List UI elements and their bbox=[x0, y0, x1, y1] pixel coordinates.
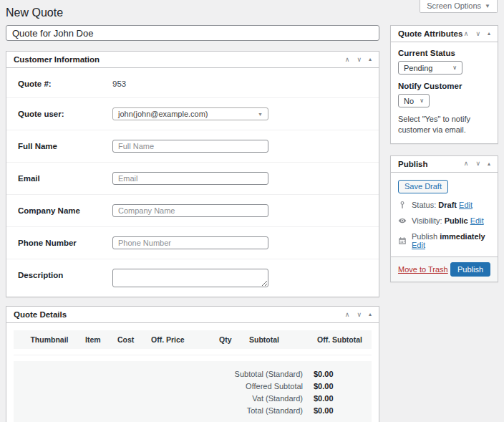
status-value: Draft bbox=[438, 201, 457, 209]
screen-options-chevron-icon: ▼ bbox=[485, 3, 490, 9]
quote-details-title: Quote Details bbox=[14, 310, 67, 319]
column-header-off-price: Off. Price bbox=[151, 335, 219, 344]
quote-number-row: Quote #: 953 bbox=[6, 68, 379, 98]
toggle-panel-icon[interactable]: ▴ bbox=[369, 57, 372, 62]
total-label: Total (Standard) bbox=[14, 406, 303, 415]
chevron-down-icon: ∨ bbox=[420, 97, 424, 104]
column-header-thumbnail: Thumbnail bbox=[14, 335, 85, 344]
status-label: Status: bbox=[412, 201, 436, 209]
customer-information-header: Customer Information ∧ ∨ ▴ bbox=[6, 52, 379, 68]
publish-header: Publish ∧ ∨ ▴ bbox=[391, 156, 498, 173]
description-label: Description bbox=[18, 269, 112, 279]
email-row: Email bbox=[6, 163, 379, 195]
visibility-value: Public bbox=[445, 216, 468, 225]
order-up-icon[interactable]: ∧ bbox=[464, 31, 469, 37]
toggle-panel-icon[interactable]: ▴ bbox=[488, 161, 490, 167]
publish-time-row: Publish immediately Edit bbox=[398, 232, 490, 249]
quote-attributes-panel: Quote Attributes ∧ ∨ ▴ Current Status Pe… bbox=[390, 25, 498, 144]
status-text: Status: Draft Edit bbox=[412, 201, 472, 209]
column-header-cost: Cost bbox=[117, 335, 151, 344]
edit-publish-time-link[interactable]: Edit bbox=[412, 241, 425, 249]
screen-options-button[interactable]: Screen Options ▼ bbox=[420, 0, 498, 13]
publishing-actions: Move to Trash Publish bbox=[391, 256, 498, 282]
order-down-icon[interactable]: ∨ bbox=[475, 160, 480, 167]
publish-time-value: immediately bbox=[440, 232, 485, 241]
phone-number-row: Phone Number bbox=[6, 227, 379, 259]
quote-user-selected-value: john(john@example.com) bbox=[118, 110, 208, 118]
pin-icon bbox=[398, 201, 407, 209]
save-draft-button[interactable]: Save Draft bbox=[398, 180, 448, 193]
publish-time-text: Publish immediately Edit bbox=[412, 232, 490, 249]
status-row: Status: Draft Edit bbox=[398, 201, 490, 209]
description-row: Description bbox=[6, 259, 379, 297]
current-status-label: Current Status bbox=[398, 49, 490, 57]
edit-visibility-link[interactable]: Edit bbox=[470, 216, 484, 225]
full-name-label: Full Name bbox=[18, 140, 112, 150]
chevron-down-icon: ∨ bbox=[452, 64, 457, 71]
visibility-row: Visibility: Public Edit bbox=[398, 216, 490, 225]
quote-number-label: Quote #: bbox=[18, 77, 112, 88]
edit-status-link[interactable]: Edit bbox=[459, 201, 472, 209]
column-header-qty: Qty bbox=[219, 335, 249, 344]
admin-content: Screen Options ▼ New Quote Customer Info… bbox=[0, 0, 504, 422]
quote-user-label: Quote user: bbox=[18, 107, 112, 118]
quote-details-panel: Quote Details ∧ ∨ ▴ Thumbnail Item Cost … bbox=[6, 306, 379, 422]
column-header-item: Item bbox=[85, 335, 117, 344]
offered-subtotal-value: $0.00 bbox=[303, 382, 372, 390]
phone-number-label: Phone Number bbox=[18, 236, 112, 247]
order-up-icon[interactable]: ∧ bbox=[345, 57, 350, 63]
items-table-header: Thumbnail Item Cost Off. Price Qty Subto… bbox=[14, 330, 372, 349]
publish-time-label: Publish bbox=[412, 232, 437, 241]
empty-items-row bbox=[14, 349, 372, 355]
calendar-icon bbox=[398, 236, 407, 245]
notify-help-text: Select "Yes" to notify customer via emai… bbox=[398, 114, 490, 135]
offered-subtotal-label: Offered Subtotal bbox=[14, 382, 303, 390]
order-up-icon[interactable]: ∧ bbox=[345, 312, 350, 318]
total-value: $0.00 bbox=[303, 406, 372, 415]
notify-customer-select[interactable]: No ∨ bbox=[398, 94, 430, 107]
order-down-icon[interactable]: ∨ bbox=[475, 31, 480, 37]
quote-attributes-title: Quote Attributes bbox=[398, 29, 462, 38]
publish-title: Publish bbox=[398, 160, 428, 168]
notify-customer-value: No bbox=[404, 97, 414, 105]
publish-panel: Publish ∧ ∨ ▴ Save Draft Status: bbox=[390, 155, 498, 282]
current-status-select[interactable]: Pending ∨ bbox=[398, 61, 462, 75]
notify-customer-label: Notify Customer bbox=[398, 82, 490, 90]
toggle-panel-icon[interactable]: ▴ bbox=[488, 31, 490, 37]
total-row: Total (Standard) $0.00 bbox=[14, 404, 372, 416]
dropdown-arrow-icon: ▼ bbox=[258, 112, 263, 117]
quote-user-select[interactable]: john(john@example.com) ▼ bbox=[112, 107, 268, 120]
column-header-subtotal: Subtotal bbox=[249, 335, 306, 344]
visibility-text: Visibility: Public Edit bbox=[412, 216, 484, 225]
visibility-label: Visibility: bbox=[412, 216, 442, 225]
vat-value: $0.00 bbox=[303, 394, 372, 403]
full-name-row: Full Name bbox=[6, 130, 379, 163]
company-name-row: Company Name bbox=[6, 195, 379, 227]
subtotal-row: Subtotal (Standard) $0.00 bbox=[14, 368, 372, 380]
subtotal-value: $0.00 bbox=[303, 370, 372, 378]
toggle-panel-icon[interactable]: ▴ bbox=[369, 312, 372, 317]
vat-row: Vat (Standard) $0.00 bbox=[14, 392, 372, 404]
company-name-input[interactable] bbox=[112, 204, 268, 217]
current-status-value: Pending bbox=[404, 64, 432, 72]
description-textarea[interactable] bbox=[112, 269, 268, 287]
totals-section: Subtotal (Standard) $0.00 Offered Subtot… bbox=[14, 361, 372, 422]
order-down-icon[interactable]: ∨ bbox=[357, 57, 362, 63]
quote-title-input[interactable] bbox=[6, 25, 379, 41]
eye-icon bbox=[398, 216, 407, 225]
publish-button[interactable]: Publish bbox=[450, 262, 490, 277]
email-label: Email bbox=[18, 172, 112, 183]
customer-information-title: Customer Information bbox=[14, 55, 100, 64]
order-down-icon[interactable]: ∨ bbox=[357, 312, 362, 318]
email-input[interactable] bbox=[112, 172, 268, 185]
company-name-label: Company Name bbox=[18, 204, 112, 215]
full-name-input[interactable] bbox=[112, 140, 268, 153]
order-up-icon[interactable]: ∧ bbox=[464, 160, 469, 167]
quote-attributes-header: Quote Attributes ∧ ∨ ▴ bbox=[391, 26, 498, 42]
quote-details-header: Quote Details ∧ ∨ ▴ bbox=[6, 307, 379, 323]
quote-user-row: Quote user: john(john@example.com) ▼ bbox=[6, 98, 379, 130]
phone-number-input[interactable] bbox=[112, 236, 268, 249]
move-to-trash-link[interactable]: Move to Trash bbox=[398, 265, 448, 274]
vat-label: Vat (Standard) bbox=[14, 394, 303, 403]
offered-subtotal-row: Offered Subtotal $0.00 bbox=[14, 380, 372, 392]
